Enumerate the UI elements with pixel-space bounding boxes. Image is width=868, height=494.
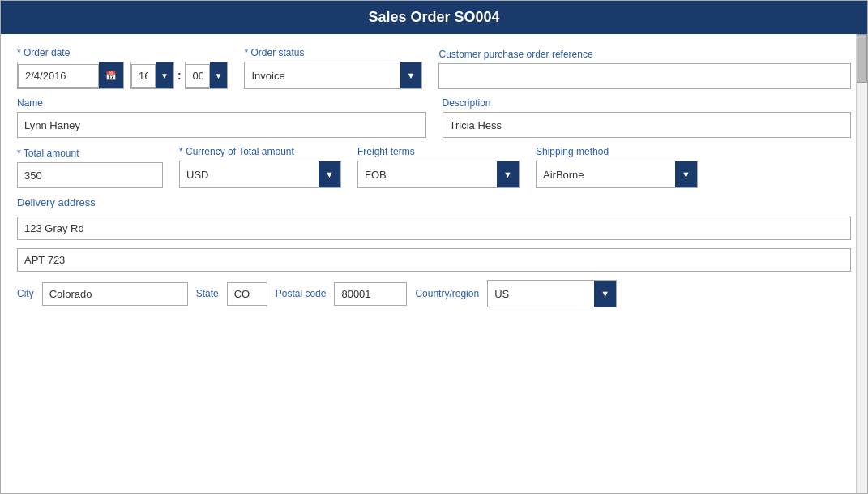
order-status-label: Order status bbox=[244, 47, 422, 58]
freight-select-wrapper: FOB CIF EXW ▼ bbox=[357, 161, 520, 188]
country-label: Country/region bbox=[415, 288, 479, 299]
description-label: Description bbox=[443, 97, 852, 109]
customer-po-input[interactable] bbox=[438, 63, 851, 89]
hour-arrow-button[interactable]: ▼ bbox=[156, 62, 173, 88]
title-text: Sales Order SO004 bbox=[368, 9, 499, 25]
shipping-method-select[interactable]: AirBorne Ground Sea bbox=[537, 164, 675, 186]
currency-group: Currency of Total amount USD EUR GBP ▼ bbox=[179, 146, 341, 188]
country-dropdown-button[interactable]: ▼ bbox=[594, 281, 616, 307]
customer-po-label: Customer purchase order reference bbox=[438, 49, 851, 60]
freight-terms-select[interactable]: FOB CIF EXW bbox=[358, 164, 497, 186]
city-state-row: City State Postal code Country/region US… bbox=[17, 280, 851, 307]
row-name-desc: Name Description bbox=[17, 97, 851, 138]
country-select-wrapper: US CA GB AU ▼ bbox=[487, 280, 617, 307]
scrollbar[interactable] bbox=[856, 34, 867, 493]
name-label: Name bbox=[17, 97, 426, 109]
row-amounts: Total amount Currency of Total amount US… bbox=[17, 146, 851, 188]
freight-terms-group: Freight terms FOB CIF EXW ▼ bbox=[357, 146, 520, 188]
total-amount-input[interactable] bbox=[17, 162, 163, 188]
currency-dropdown-button[interactable]: ▼ bbox=[319, 161, 340, 187]
shipping-method-label: Shipping method bbox=[536, 146, 698, 157]
minute-select: ▼ bbox=[185, 62, 229, 89]
currency-select-wrapper: USD EUR GBP ▼ bbox=[179, 161, 341, 188]
customer-po-group: Customer purchase order reference bbox=[438, 49, 851, 89]
scrollbar-thumb[interactable] bbox=[857, 34, 867, 83]
state-input[interactable] bbox=[227, 282, 267, 306]
postal-input[interactable] bbox=[334, 282, 407, 306]
state-label: State bbox=[196, 288, 219, 299]
total-amount-label: Total amount bbox=[17, 148, 163, 159]
city-label: City bbox=[17, 288, 34, 299]
shipping-select-wrapper: AirBorne Ground Sea ▼ bbox=[536, 161, 698, 188]
freight-dropdown-button[interactable]: ▼ bbox=[497, 161, 519, 187]
freight-terms-label: Freight terms bbox=[357, 146, 520, 157]
order-date-label: Order date bbox=[17, 47, 228, 58]
order-date-input-wrapper: 📅 bbox=[17, 62, 124, 89]
window-title: Sales Order SO004 bbox=[1, 1, 867, 34]
delivery-address-section: Delivery address bbox=[17, 196, 851, 272]
name-group: Name bbox=[17, 97, 426, 138]
address-line1-input[interactable] bbox=[17, 217, 851, 240]
order-status-select-wrapper: Invoice Draft Confirmed Cancelled ▼ bbox=[244, 62, 422, 89]
country-select[interactable]: US CA GB AU bbox=[488, 283, 594, 305]
hour-input[interactable] bbox=[131, 64, 156, 88]
postal-label: Postal code bbox=[276, 288, 327, 299]
total-amount-group: Total amount bbox=[17, 148, 163, 188]
order-status-select[interactable]: Invoice Draft Confirmed Cancelled bbox=[245, 65, 400, 87]
calendar-button[interactable]: 📅 bbox=[99, 62, 123, 88]
currency-select[interactable]: USD EUR GBP bbox=[180, 164, 319, 186]
order-date-group: Order date 📅 ▼ : ▼ bbox=[17, 47, 228, 89]
row-order-info: Order date 📅 ▼ : ▼ bbox=[17, 47, 851, 89]
time-wrapper: ▼ : ▼ bbox=[130, 62, 228, 89]
shipping-method-group: Shipping method AirBorne Ground Sea ▼ bbox=[536, 146, 698, 188]
order-status-dropdown-button[interactable]: ▼ bbox=[400, 62, 422, 88]
minute-arrow-button[interactable]: ▼ bbox=[210, 62, 228, 88]
time-colon: : bbox=[176, 69, 183, 82]
delivery-address-label: Delivery address bbox=[17, 196, 851, 208]
order-status-group: Order status Invoice Draft Confirmed Can… bbox=[244, 47, 422, 89]
name-input[interactable] bbox=[17, 112, 426, 138]
order-date-input[interactable] bbox=[18, 64, 99, 88]
description-group: Description bbox=[443, 97, 852, 138]
address-line2-input[interactable] bbox=[17, 248, 851, 272]
shipping-dropdown-button[interactable]: ▼ bbox=[675, 161, 697, 187]
form-content: Order date 📅 ▼ : ▼ bbox=[1, 34, 867, 493]
description-input[interactable] bbox=[443, 112, 852, 138]
minute-input[interactable] bbox=[186, 64, 210, 88]
currency-label: Currency of Total amount bbox=[179, 146, 341, 157]
sales-order-window: Sales Order SO004 Order date 📅 ▼ bbox=[0, 0, 868, 494]
city-input[interactable] bbox=[42, 282, 188, 306]
hour-select: ▼ bbox=[130, 62, 174, 89]
